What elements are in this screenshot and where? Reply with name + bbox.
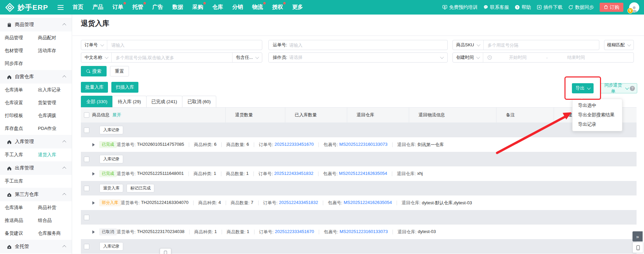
return-inbound-tag[interactable]: 退货入库	[99, 184, 123, 192]
sidebar-item[interactable]: 出入库记录	[38, 87, 72, 93]
tab-all[interactable]: 全部 (330)	[81, 96, 113, 108]
nav-item-product[interactable]: 产品	[92, 4, 103, 11]
nav-item-orders[interactable]: 订单	[112, 4, 123, 11]
row-checkbox[interactable]	[84, 186, 89, 191]
nav-item-authorization[interactable]: 授权	[272, 4, 283, 11]
sku-selector[interactable]: 商品SKU	[453, 40, 483, 50]
inbound-record-tag[interactable]: 入库记录	[99, 126, 123, 134]
sync-return-orders-button[interactable]: 同步退货单	[600, 83, 637, 93]
nav-item-purchase[interactable]: 采购	[192, 4, 203, 11]
user-avatar[interactable]: V	[629, 2, 639, 13]
end-time-field[interactable]: 结束时间	[567, 54, 585, 61]
sidebar-item[interactable]: 商品管理	[5, 35, 38, 41]
sidebar-section-inbound-mgmt[interactable]: 入库管理	[0, 135, 72, 148]
row-checkbox[interactable]	[84, 215, 89, 220]
order-no-link[interactable]: 2025122433451832	[279, 200, 318, 206]
free-training-link[interactable]: 免费预约培训	[442, 4, 478, 10]
sidebar-item[interactable]: 库存盘点	[5, 125, 38, 132]
nav-item-home[interactable]: 首页	[72, 4, 83, 11]
expand-row-icon[interactable]	[92, 143, 95, 146]
nav-item-data[interactable]: 数据	[172, 4, 183, 11]
sidebar-item[interactable]: PDA作业	[38, 125, 72, 132]
sidebar-section-third-party-warehouse[interactable]: 第三方仓库	[0, 188, 72, 201]
sidebar-section-own-warehouse[interactable]: 自营仓库	[0, 70, 72, 84]
export-all-results-item[interactable]: 导出全部搜索结果	[573, 110, 622, 120]
nav-item-ads[interactable]: 广告	[152, 4, 163, 11]
operator-select[interactable]: 操作员: 请选择	[268, 52, 448, 63]
plugin-download-link[interactable]: 插件下载	[537, 4, 562, 10]
sidebar-item[interactable]: 仓库调拨	[38, 113, 72, 119]
help-link[interactable]: ? 帮助	[515, 4, 531, 10]
sidebar-item-return-inbound-active[interactable]: 退货入库	[38, 152, 72, 158]
row-checkbox[interactable]	[84, 128, 89, 133]
export-records-item[interactable]: 导出记录	[573, 120, 622, 129]
menu-toggle-icon[interactable]	[58, 5, 64, 10]
sidebar-item[interactable]: 推送商品	[5, 217, 38, 224]
expand-row-icon[interactable]	[92, 172, 95, 176]
package-no-link[interactable]: MS20251223160133073	[339, 142, 387, 148]
data-sync-link[interactable]: 数据同步	[568, 4, 594, 10]
contact-support-link[interactable]: 联系客服	[483, 4, 509, 10]
sidebar-item[interactable]: 商品补货	[38, 205, 72, 211]
sidebar-item[interactable]: 包材管理	[5, 48, 38, 54]
sidebar-item[interactable]: 同步库存	[5, 61, 38, 67]
row-checkbox[interactable]	[84, 157, 89, 162]
order-no-input[interactable]	[107, 43, 262, 48]
mobile-app-widget[interactable]	[632, 242, 643, 253]
sku-input[interactable]	[484, 43, 599, 48]
sidebar-item[interactable]: 仓库设置	[5, 100, 38, 106]
sidebar-item[interactable]: 仓库清单	[5, 205, 38, 211]
subscribe-button[interactable]: 订购	[600, 3, 623, 12]
inbound-record-tag[interactable]: 入库记录	[99, 155, 123, 163]
cn-name-selector[interactable]: 中文名称	[81, 53, 111, 62]
inbound-record-tag[interactable]: 入库记录	[99, 242, 123, 251]
created-time-selector[interactable]: 创建时间	[453, 53, 483, 62]
expand-all-link[interactable]: 展开	[112, 112, 121, 118]
sidebar-item[interactable]: 货架管理	[38, 100, 72, 106]
order-no-link[interactable]: 2025122333451670	[274, 142, 314, 148]
nav-item-warehouse[interactable]: 仓库	[212, 4, 223, 11]
expand-row-icon[interactable]	[92, 201, 95, 205]
search-button[interactable]: 搜索	[81, 66, 107, 76]
sidebar-section-full-hosting[interactable]: 全托管	[0, 240, 72, 253]
order-no-link[interactable]: 2025122333451670	[275, 229, 314, 235]
reset-button[interactable]: 重置	[110, 66, 129, 76]
sidebar-item[interactable]: 备货建议	[5, 230, 38, 236]
nav-item-hosting[interactable]: 托管	[132, 4, 143, 11]
nav-item-more[interactable]: 更多	[292, 4, 303, 11]
select-all-checkbox[interactable]	[84, 112, 89, 118]
help-question-icon[interactable]	[630, 86, 635, 91]
sidebar-item[interactable]: 手工入库	[5, 152, 38, 158]
mark-completed-tag[interactable]: 标记已完成	[127, 184, 154, 192]
package-no-link[interactable]: MS20251223160133073	[340, 229, 388, 235]
sidebar-item[interactable]: 组合品	[38, 217, 72, 224]
nav-item-distribution[interactable]: 分销	[232, 4, 243, 11]
start-time-field[interactable]: 开始时间	[509, 54, 527, 61]
batch-inbound-button[interactable]: 批量入库	[81, 82, 108, 93]
order-no-selector[interactable]: 订单号	[81, 40, 107, 50]
expand-panel-toggle[interactable]	[632, 231, 643, 241]
sidebar-section-product-mgmt[interactable]: 商品管理	[0, 18, 72, 31]
sidebar-item[interactable]: 手工出库	[5, 178, 38, 184]
app-logo[interactable]: 妙手ERP	[5, 2, 48, 13]
tracking-no-input[interactable]	[287, 43, 447, 48]
expand-row-icon[interactable]	[92, 230, 95, 234]
export-selected-item[interactable]: 导出选中	[573, 101, 622, 110]
tab-pending-inbound[interactable]: 待入库 (29)	[112, 96, 146, 108]
sidebar-item[interactable]: 打印模板	[5, 113, 38, 119]
sidebar-item[interactable]: 活动库存	[38, 48, 72, 54]
floating-device-widget[interactable]	[160, 248, 171, 254]
tab-completed[interactable]: 已完成 (241)	[146, 96, 183, 108]
cn-name-input[interactable]	[112, 55, 232, 60]
nav-item-logistics[interactable]: 物流	[252, 4, 263, 11]
row-checkbox[interactable]	[84, 244, 89, 249]
contain-mode-selector[interactable]: 包含任...	[232, 53, 262, 62]
sidebar-item[interactable]: 商品配对	[38, 35, 72, 41]
match-mode-select[interactable]: 模糊匹配	[604, 40, 634, 50]
package-no-link[interactable]: MS20251224162635054	[344, 200, 392, 206]
export-button[interactable]: 导出	[572, 83, 594, 93]
sidebar-section-outbound-mgmt[interactable]: 出库管理	[0, 161, 72, 175]
sidebar-item[interactable]: 仓库服务商	[38, 230, 72, 236]
package-no-link[interactable]: MS20251224162635054	[339, 171, 387, 177]
tab-cancelled[interactable]: 已取消 (60)	[182, 96, 216, 108]
